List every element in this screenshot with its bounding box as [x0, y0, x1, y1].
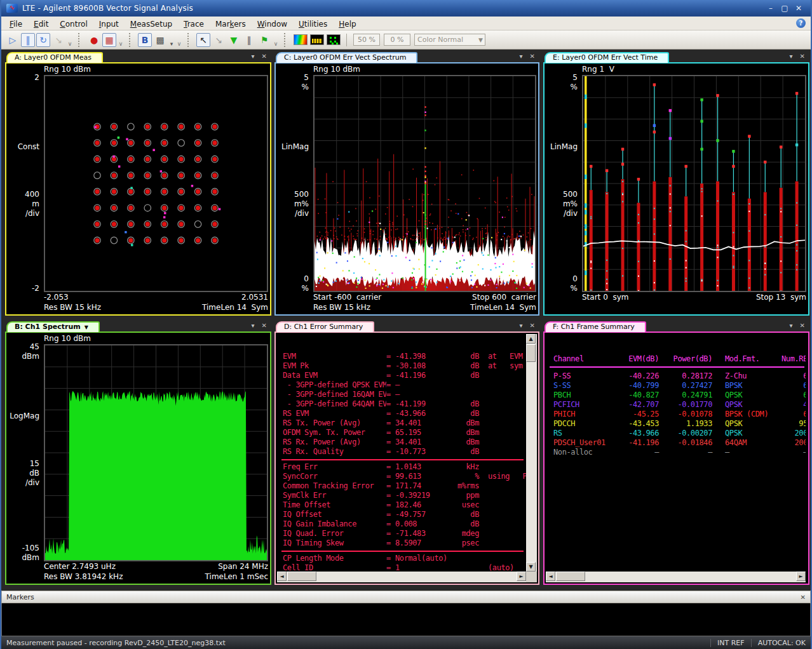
scroll-up-icon[interactable]: ▲: [526, 334, 536, 344]
menu-bar: FileEditControlInputMeasSetupTraceMarker…: [1, 17, 811, 30]
close-icon[interactable]: ✕: [530, 53, 535, 60]
tab-error-summary[interactable]: D: Ch1 Error Summary: [276, 321, 374, 332]
overflow-icon[interactable]: ∨: [118, 33, 124, 47]
panel-menu-icon[interactable]: ▾: [520, 322, 523, 329]
menu-input[interactable]: Input: [93, 18, 125, 30]
play-icon[interactable]: ▷: [6, 33, 20, 47]
header-rule: [550, 366, 804, 368]
menu-meassetup[interactable]: MeasSetup: [125, 18, 178, 30]
menu-help[interactable]: Help: [333, 18, 362, 30]
toolbar-grip[interactable]: [284, 33, 289, 47]
spectrum-display-icon[interactable]: [310, 34, 324, 45]
panel-err-vect-time: E: Layer0 OFDM Err Vect Time ▾✕ Rng 1 V …: [543, 52, 809, 316]
toolbar-grip[interactable]: [78, 33, 83, 47]
table-row: PHICH-45.25-0.01078BPSK (CDM)6: [553, 410, 806, 419]
menu-file[interactable]: File: [4, 18, 28, 30]
x-axis-labels: Start -600 carrierStop 600 carrier Res B…: [313, 292, 536, 313]
menu-markers[interactable]: Markers: [210, 18, 252, 30]
close-icon[interactable]: ✕: [801, 594, 806, 601]
spectrogram-icon[interactable]: [294, 34, 308, 45]
horizontal-scrollbar[interactable]: ◄ ►: [277, 572, 526, 582]
table-row: PCFICH-42.707-0.01770QPSK4: [553, 400, 806, 410]
constellation-plot[interactable]: [44, 75, 268, 292]
y-axis-labels: 5 %LinMag500 m% /div0 %: [278, 75, 313, 292]
constellation-display-icon[interactable]: [327, 34, 341, 45]
panel-frame-summary: F: Ch1 Frame Summary ▾✕ ChannelEVM(dB)Po…: [543, 321, 809, 585]
pause-icon[interactable]: ‖: [21, 33, 35, 47]
menu-control[interactable]: Control: [54, 18, 93, 30]
overflow-icon[interactable]: ∨: [273, 33, 279, 47]
close-icon[interactable]: ✕: [530, 322, 535, 329]
marker-triangle-icon[interactable]: ▼: [227, 33, 241, 47]
panel-menu-icon[interactable]: ▾: [252, 322, 255, 329]
menu-edit[interactable]: Edit: [28, 18, 54, 30]
tab-err-vect-spectrum[interactable]: C: Layer0 OFDM Err Vect Spectrum: [276, 52, 417, 63]
error-summary-row: EVM Pk=-30.108dBat sym 5, sub: [277, 361, 526, 371]
layout-dropdown-icon[interactable]: ▾: [168, 33, 175, 47]
scrollbar-thumb[interactable]: [526, 344, 536, 362]
toolbar: ▷‖↻↘∨●▦∨B▩▾∨↖↘▼∥⚑∨ 50 % 0 % Color Normal…: [1, 30, 811, 50]
markers-panel: Markers ✕: [1, 591, 811, 636]
error-summary-row: IQ Timing Skew=8.5907psec: [277, 539, 526, 548]
window-title: LTE - Agilent 89600B Vector Signal Analy…: [22, 4, 764, 13]
marker-flag-icon[interactable]: ⚑: [257, 33, 271, 47]
panel-menu-icon[interactable]: ▾: [252, 53, 255, 60]
recording-player-icon[interactable]: ▦: [102, 33, 116, 47]
trace-layout-icon[interactable]: ▩: [153, 33, 167, 47]
toolbar-grip[interactable]: [129, 33, 134, 47]
overflow-icon[interactable]: ∨: [67, 33, 73, 47]
evm-time-plot[interactable]: [582, 75, 806, 292]
close-icon[interactable]: ✕: [262, 53, 267, 60]
range-label: Rng 1 V: [582, 65, 806, 75]
extra-percent-field[interactable]: 0 %: [384, 34, 410, 46]
y-axis-labels: 45 dBmLogMag15 dB /div-105 dBm: [8, 344, 44, 561]
record-icon[interactable]: ●: [87, 33, 101, 47]
trigger-icon[interactable]: ↘: [51, 33, 65, 47]
error-summary-row: SymClk Err=-0.39219ppm: [277, 491, 526, 500]
maximize-icon[interactable]: ▢: [778, 4, 792, 13]
move-cursor-icon[interactable]: ↘: [212, 33, 226, 47]
overflow-icon[interactable]: ∨: [176, 33, 182, 47]
close-icon[interactable]: ✕: [262, 322, 267, 329]
bold-b-icon[interactable]: B: [138, 33, 152, 47]
frame-summary-table: ChannelEVM(dB)Power(dB)Mod.Fmt.Num.RB P-…: [546, 334, 806, 572]
minimize-icon[interactable]: –: [764, 4, 778, 13]
evm-spectrum-plot[interactable]: [313, 75, 536, 292]
band-power-icon[interactable]: ∥: [242, 33, 256, 47]
error-summary-row: RS Rx. Power (Avg)=34.401dBm: [277, 438, 526, 447]
scroll-right-icon[interactable]: ►: [796, 572, 806, 581]
help-icon[interactable]: ?: [796, 18, 806, 28]
panel-menu-icon[interactable]: ▾: [520, 53, 523, 60]
tab-err-vect-time[interactable]: E: Layer0 OFDM Err Vect Time: [545, 52, 669, 63]
scrollbar-thumb[interactable]: [556, 572, 585, 581]
toolbar-grip[interactable]: [187, 33, 193, 47]
vertical-scrollbar[interactable]: ▲ ▼: [526, 334, 537, 572]
panel-menu-icon[interactable]: ▾: [790, 322, 793, 329]
close-icon[interactable]: ✕: [800, 322, 805, 329]
color-mode-select[interactable]: Color Normal▼: [414, 34, 485, 46]
close-icon[interactable]: ✕: [800, 53, 805, 60]
error-summary-row: RS Rx. Quality=-10.773dB: [277, 447, 526, 457]
close-icon[interactable]: ✕: [792, 4, 806, 13]
tab-ch1-spectrum[interactable]: B: Ch1 Spectrum▼: [6, 321, 100, 332]
scroll-left-icon[interactable]: ◄: [546, 572, 555, 581]
zoom-percent-field[interactable]: 50 %: [353, 34, 380, 46]
scrollbar-thumb[interactable]: [287, 572, 316, 581]
menu-utilities[interactable]: Utilities: [293, 18, 333, 30]
horizontal-scrollbar[interactable]: ◄ ►: [546, 572, 806, 582]
error-summary-table: EVM=-41.398dBat EVM WindowEVM Pk=-30.108…: [277, 334, 526, 572]
table-row: RS-43.966-0.00207QPSK200: [553, 429, 806, 438]
menu-window[interactable]: Window: [252, 18, 293, 30]
scroll-left-icon[interactable]: ◄: [277, 572, 287, 581]
panel-menu-icon[interactable]: ▾: [790, 53, 793, 60]
menu-trace[interactable]: Trace: [178, 18, 210, 30]
tab-frame-summary[interactable]: F: Ch1 Frame Summary: [545, 321, 646, 332]
scroll-down-icon[interactable]: ▼: [526, 562, 536, 572]
select-cursor-icon[interactable]: ↖: [196, 33, 210, 47]
tab-ofdm-meas[interactable]: A: Layer0 OFDM Meas: [6, 52, 103, 63]
spectrum-plot[interactable]: [44, 344, 268, 561]
error-summary-row: RS Tx. Power (Avg)=34.401dBm: [277, 418, 526, 428]
restart-icon[interactable]: ↻: [36, 33, 50, 47]
scroll-right-icon[interactable]: ►: [517, 572, 526, 581]
error-summary-row: EVM=-41.398dBat EVM Window: [277, 352, 526, 361]
